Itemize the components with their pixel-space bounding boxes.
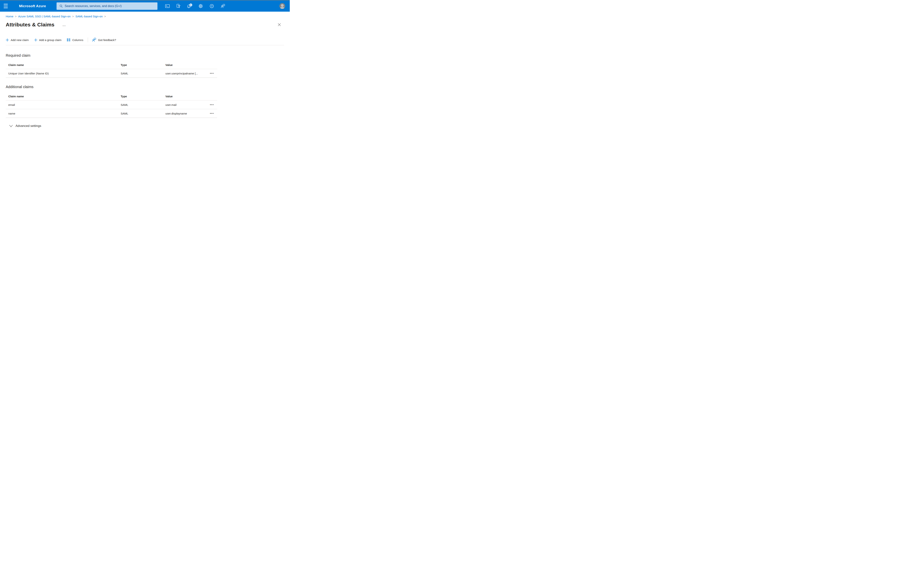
column-header-value: Value	[163, 95, 207, 98]
breadcrumb-link-sso[interactable]: SAML-based Sign-on	[75, 15, 102, 18]
close-icon[interactable]	[277, 22, 281, 27]
help-icon[interactable]: ?	[209, 3, 215, 9]
claim-name-cell: email	[6, 103, 118, 106]
breadcrumb-separator: >	[104, 15, 106, 18]
search-input[interactable]	[64, 4, 155, 8]
azure-portal-window: Microsoft Azure	[0, 0, 290, 146]
page-header: Attributes & Claims ···	[6, 22, 284, 28]
claim-value-cell: user.displayname	[163, 112, 207, 115]
add-group-claim-button[interactable]: Add a group claim	[34, 38, 61, 41]
table-header-row: Claim name Type Value	[6, 92, 217, 100]
command-bar: Add new claim Add a group claim Col	[6, 37, 284, 43]
svg-text:?: ?	[211, 5, 213, 8]
claim-type-cell: SAML	[118, 72, 163, 75]
add-new-claim-button[interactable]: Add new claim	[6, 38, 29, 41]
column-header-type: Type	[118, 63, 163, 66]
claim-type-cell: SAML	[118, 112, 163, 115]
search-icon	[59, 5, 63, 8]
breadcrumb: Home > Azure SAML SSO | SAML-based Sign-…	[6, 15, 284, 18]
hamburger-menu-icon[interactable]	[4, 4, 8, 8]
column-header-value: Value	[163, 63, 207, 66]
add-new-claim-label: Add new claim	[11, 38, 29, 41]
breadcrumb-link-app[interactable]: Azure SAML SSO | SAML-based Sign-on	[18, 15, 71, 18]
row-menu-button[interactable]: •••	[207, 112, 217, 115]
additional-claims-table: Claim name Type Value email SAML user.ma…	[6, 92, 217, 118]
plus-icon	[6, 38, 9, 41]
advanced-settings-toggle[interactable]: Advanced settings	[9, 124, 41, 128]
blade-content: Home > Azure SAML SSO | SAML-based Sign-…	[0, 15, 290, 128]
breadcrumb-separator: >	[15, 15, 16, 18]
row-menu-button[interactable]: •••	[207, 72, 217, 75]
table-row[interactable]: Unique User Identifier (Name ID) SAML us…	[6, 69, 217, 78]
columns-icon	[67, 38, 70, 41]
notifications-bell-icon[interactable]: 6	[186, 3, 193, 9]
table-header-row: Claim name Type Value	[6, 61, 217, 69]
additional-claims-heading: Additional claims	[6, 85, 284, 89]
got-feedback-label: Got feedback?	[98, 38, 116, 41]
global-search	[56, 2, 157, 10]
column-header-claim-name: Claim name	[6, 63, 118, 66]
row-menu-button[interactable]: •••	[207, 103, 217, 106]
notification-badge-count: 6	[190, 4, 191, 6]
claim-name-cell: name	[6, 112, 118, 115]
columns-label: Columns	[72, 38, 83, 41]
columns-button[interactable]: Columns	[67, 38, 83, 41]
cloud-shell-icon[interactable]	[165, 3, 170, 9]
title-context-menu-icon[interactable]: ···	[63, 23, 66, 27]
top-bar: Microsoft Azure	[0, 0, 290, 12]
required-claim-table: Claim name Type Value Unique User Identi…	[6, 61, 217, 78]
breadcrumb-separator: >	[72, 15, 74, 18]
directory-filter-icon[interactable]	[176, 3, 182, 9]
table-body: email SAML user.mail ••• name SAML user.…	[6, 100, 217, 118]
advanced-settings-label: Advanced settings	[15, 124, 41, 128]
required-claim-heading: Required claim	[6, 53, 284, 58]
column-header-type: Type	[118, 95, 163, 98]
brand-title[interactable]: Microsoft Azure	[19, 0, 46, 12]
breadcrumb-link-home[interactable]: Home	[6, 15, 13, 18]
page-title: Attributes & Claims	[6, 22, 54, 28]
table-row[interactable]: email SAML user.mail •••	[6, 100, 217, 109]
plus-icon	[34, 38, 37, 41]
claim-name-cell: Unique User Identifier (Name ID)	[6, 72, 118, 75]
settings-gear-icon[interactable]	[198, 3, 204, 9]
chevron-down-icon	[9, 125, 13, 127]
got-feedback-button[interactable]: Got feedback?	[92, 38, 116, 42]
claim-type-cell: SAML	[118, 103, 163, 106]
column-header-claim-name: Claim name	[6, 95, 118, 98]
feedback-person-icon	[92, 38, 96, 42]
table-body: Unique User Identifier (Name ID) SAML us…	[6, 69, 217, 78]
claim-value-cell: user.userprincipalname [...	[163, 72, 207, 75]
avatar[interactable]	[279, 3, 285, 9]
table-row[interactable]: name SAML user.displayname •••	[6, 109, 217, 118]
feedback-icon[interactable]	[220, 3, 226, 9]
add-group-claim-label: Add a group claim	[39, 38, 61, 41]
claim-value-cell: user.mail	[163, 103, 207, 106]
